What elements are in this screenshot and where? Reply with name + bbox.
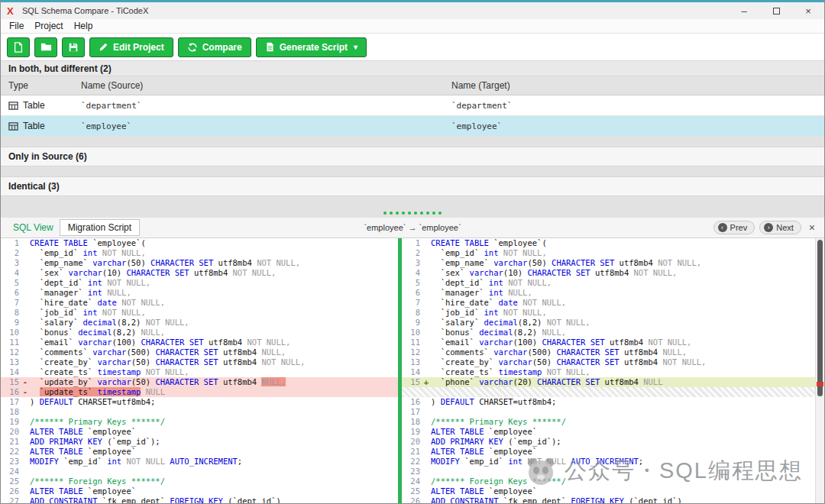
code-line: 14 `create_ts` timestamp NOT NULL, (1, 367, 398, 377)
scrollbar-diff-marker (817, 382, 823, 386)
code-line: 7 `hire_date` date NOT NULL, (1, 298, 398, 308)
script-file-icon (265, 42, 275, 52)
code-line: 12 `comments` varchar(500) CHARACTER SET… (402, 347, 815, 357)
new-project-button[interactable] (7, 37, 30, 57)
tab-migration-script[interactable]: Migration Script (60, 219, 140, 236)
column-type: Type (1, 80, 81, 91)
row-source-name: `department` (81, 101, 451, 111)
code-line: 6 `manager` int NULL, (1, 288, 398, 298)
code-line: 8 `job_id` int NOT NULL, (1, 308, 398, 318)
diff-left-pane: 1CREATE TABLE `employee`(2 `emp_id` int … (1, 238, 398, 503)
code-line: 26ALTER TABLE `employee` (1, 486, 398, 496)
code-line: 20ALTER TABLE `employee` (1, 427, 398, 437)
table-row[interactable]: Table `employee` `employee` (1, 116, 824, 137)
code-line: 22ALTER TABLE `employee` (1, 447, 398, 457)
code-line: 4 `sex` varchar(10) CHARACTER SET utf8mb… (1, 268, 398, 278)
column-name-source: Name (Source) (81, 80, 451, 91)
table-row[interactable]: Table `department` `department` (1, 95, 824, 116)
generate-script-label: Generate Script (280, 42, 348, 53)
comparison-column-header: Type Name (Source) Name (Target) (1, 76, 824, 95)
chevron-down-icon: ▾ (354, 43, 358, 51)
code-line: 14 `create_ts` timestamp NOT NULL, (402, 367, 815, 377)
menu-bar: File Project Help (1, 19, 824, 34)
code-line: 2 `emp_id` int NOT NULL, (402, 248, 815, 258)
code-line: 18/****** Primary Keys ******/ (402, 417, 815, 427)
code-line: 25/****** Foreign Keys ******/ (1, 477, 398, 486)
diff-area: 1CREATE TABLE `employee`(2 `emp_id` int … (1, 238, 824, 503)
code-line: 16) DEFAULT CHARSET=utf8mb4; (402, 397, 815, 407)
code-line: 5 `dept_id` int NOT NULL, (1, 278, 398, 288)
vertical-scrollbar[interactable] (815, 238, 824, 503)
menu-help[interactable]: Help (69, 21, 99, 31)
row-type-label: Table (23, 100, 45, 111)
next-diff-button[interactable]: › Next (759, 221, 801, 234)
code-line: 10 `bonus` decimal(8,2) NULL, (402, 328, 815, 338)
minimize-button[interactable]: – (728, 2, 760, 19)
pencil-icon (99, 42, 108, 52)
compare-button[interactable]: Compare (178, 37, 251, 57)
close-button[interactable]: × (792, 2, 824, 19)
prev-diff-button[interactable]: ‹ Prev (713, 221, 755, 234)
code-line: 23 (402, 467, 815, 477)
code-line: 17 (402, 407, 815, 417)
code-line: 1CREATE TABLE `employee`( (402, 238, 815, 248)
table-icon (8, 101, 18, 111)
code-line: 20ADD PRIMARY KEY (`emp_id`); (402, 437, 815, 447)
section-identical-title: Identical (3) (8, 181, 60, 192)
open-folder-icon (40, 41, 52, 53)
code-line: 25ALTER TABLE `employee` (402, 486, 815, 496)
section-different-title: In both, but different (2) (8, 63, 112, 74)
title-bar: X SQL Schema Compare - TiCodeX – × (1, 1, 824, 19)
code-line: 3 `emp_name` varchar(50) CHARACTER SET u… (402, 258, 815, 268)
compare-sync-icon (187, 42, 198, 53)
edit-project-button[interactable]: Edit Project (89, 37, 173, 57)
code-line: 9 `salary` decimal(8,2) NOT NULL, (1, 318, 398, 328)
row-type-cell: Table (1, 121, 81, 131)
window-title: SQL Schema Compare - TiCodeX (22, 6, 148, 15)
code-line: 19/****** Primary Keys ******/ (1, 417, 398, 427)
code-line: 6 `manager` int NULL, (402, 288, 815, 298)
code-line: 13 `create_by` varchar(50) CHARACTER SET… (1, 357, 398, 367)
menu-project[interactable]: Project (29, 21, 68, 31)
maximize-button[interactable] (760, 2, 792, 19)
code-line: 17) DEFAULT CHARSET=utf8mb4; (1, 397, 398, 407)
code-line: 11 `email` varchar(100) CHARACTER SET ut… (402, 338, 815, 347)
code-line: 8 `job_id` int NOT NULL, (402, 308, 815, 318)
code-line: 19ALTER TABLE `employee` (402, 427, 815, 437)
code-line: 15- `update_by` varchar(50) CHARACTER SE… (1, 377, 398, 387)
maximize-icon (773, 8, 780, 15)
section-gap (1, 166, 824, 176)
menu-file[interactable]: File (4, 21, 29, 31)
close-diff-icon[interactable]: × (806, 221, 818, 234)
code-line: 24/****** Foreign Keys ******/ (402, 477, 815, 486)
scrollbar-thumb[interactable] (817, 240, 823, 396)
code-line: 23MODIFY `emp_id` int NOT NULL AUTO_INCR… (1, 457, 398, 467)
code-line: 21ALTER TABLE `employee` (402, 447, 815, 457)
app-window: X SQL Schema Compare - TiCodeX – × File … (0, 0, 825, 504)
new-file-icon (13, 42, 24, 53)
diff-tab-bar: SQL View Migration Script `employee` → `… (1, 218, 824, 238)
next-arrow-icon: › (764, 223, 773, 232)
toolbar: Edit Project Compare Generate Script ▾ (1, 34, 824, 60)
code-line: 3 `emp_name` varchar(50) CHARACTER SET u… (1, 258, 398, 268)
code-line: 1CREATE TABLE `employee`( (1, 238, 398, 248)
section-header-only-source[interactable]: Only in Source (6) (1, 147, 824, 166)
code-line: 2 `emp_id` int NOT NULL, (1, 248, 398, 258)
code-line (402, 387, 815, 397)
section-header-different[interactable]: In both, but different (2) (1, 60, 824, 76)
compare-label: Compare (202, 42, 242, 53)
code-line: 18 (1, 407, 398, 417)
table-icon (8, 121, 18, 131)
open-project-button[interactable] (34, 37, 57, 57)
save-project-button[interactable] (62, 37, 85, 57)
code-line: 24 (1, 467, 398, 477)
next-label: Next (776, 223, 794, 232)
section-header-identical[interactable]: Identical (3) (1, 176, 824, 196)
tab-sql-view[interactable]: SQL View (7, 220, 60, 235)
code-line: 7 `hire_date` date NOT NULL, (402, 298, 815, 308)
comparison-rows: Table `department` `department` Table `e… (1, 95, 824, 137)
panel-spacer (1, 196, 824, 218)
generate-script-button[interactable]: Generate Script ▾ (256, 37, 367, 57)
column-name-target: Name (Target) (451, 80, 824, 91)
splitter-handle[interactable] (383, 212, 442, 215)
